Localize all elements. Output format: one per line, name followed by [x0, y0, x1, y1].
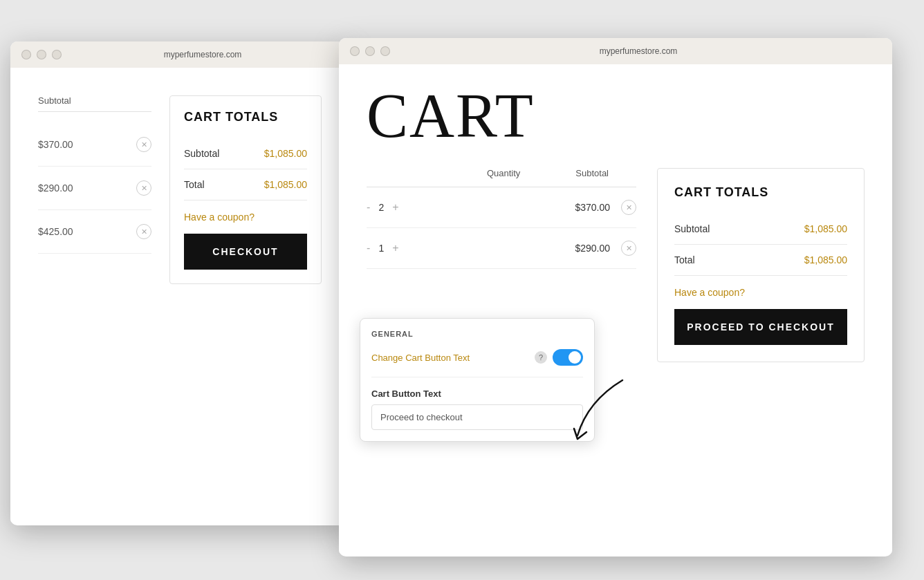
- quantity-header: Quantity: [487, 168, 520, 178]
- bg-remove-btn-1[interactable]: ✕: [136, 137, 151, 152]
- cart-row-2: - 1 + $290.00 ✕: [367, 228, 636, 269]
- cart-row-2-left: - 1 +: [367, 242, 399, 254]
- qty-value-1: 2: [376, 202, 387, 213]
- bg-price-1: $370.00: [38, 139, 73, 150]
- field-label: Cart Button Text: [371, 389, 583, 399]
- qty-increase-2[interactable]: +: [392, 242, 398, 254]
- bg-cart-items: Subtotal $370.00 ✕ $290.00 ✕ $425.00 ✕: [38, 95, 151, 495]
- bg-total-row: Total $1,085.00: [184, 169, 307, 200]
- fg-subtotal-row: Subtotal $1,085.00: [674, 214, 847, 245]
- fg-subtotal-label: Subtotal: [674, 223, 710, 234]
- browser-url-fg: myperfumestore.com: [396, 46, 881, 56]
- bg-cart-row-3: $425.00 ✕: [38, 210, 151, 254]
- qty-increase-1[interactable]: +: [392, 201, 398, 214]
- bg-cart-row-2: $290.00 ✕: [38, 167, 151, 210]
- cart-row-2-subtotal: $290.00: [575, 243, 610, 254]
- cart-button-text-input[interactable]: [371, 404, 583, 430]
- cart-row-1-subtotal: $370.00: [575, 202, 610, 213]
- browser-url-bg: myperfumestore.com: [67, 50, 338, 59]
- qty-control-2: - 1 +: [367, 242, 399, 254]
- traffic-light-green[interactable]: [52, 50, 62, 59]
- fg-subtotal-amount: $1,085.00: [804, 223, 847, 234]
- settings-toggle-row: Change Cart Button Text ?: [371, 349, 583, 377]
- cart-page: CART Quantity Subtotal - 2 +: [339, 64, 892, 554]
- toggle-slider: [553, 349, 583, 366]
- settings-toggle-label: Change Cart Button Text: [371, 353, 470, 363]
- settings-popup: GENERAL Change Cart Button Text ? Cart B…: [360, 318, 595, 442]
- qty-value-2: 1: [376, 243, 387, 254]
- bg-subtotal-header: Subtotal: [38, 95, 151, 112]
- remove-btn-1[interactable]: ✕: [621, 200, 636, 215]
- qty-decrease-2[interactable]: -: [367, 242, 370, 254]
- bg-cart-row-1: $370.00 ✕: [38, 123, 151, 167]
- bg-total-amount: $1,085.00: [264, 179, 307, 190]
- bg-total-label: Total: [184, 179, 205, 190]
- bg-checkout-button[interactable]: CHECKOUT: [184, 234, 307, 270]
- traffic-light-yellow[interactable]: [37, 50, 46, 59]
- bg-remove-btn-2[interactable]: ✕: [136, 180, 151, 196]
- bg-cart-totals: CART TOTALS Subtotal $1,085.00 Total $1,…: [169, 95, 322, 284]
- fg-browser-content: CART Quantity Subtotal - 2 +: [339, 64, 892, 554]
- cart-button-text-field: Cart Button Text: [371, 389, 583, 430]
- fg-traffic-light-red[interactable]: [350, 46, 360, 56]
- fg-traffic-light-yellow[interactable]: [365, 46, 375, 56]
- bg-price-3: $425.00: [38, 226, 73, 237]
- fg-cart-totals-title: CART TOTALS: [674, 185, 847, 200]
- cart-row-1: - 2 + $370.00 ✕: [367, 187, 636, 228]
- arrow-annotation: [567, 366, 650, 452]
- fg-total-amount: $1,085.00: [804, 254, 847, 265]
- bg-browser-content: Subtotal $370.00 ✕ $290.00 ✕ $425.00 ✕ C…: [10, 68, 349, 523]
- cart-table-header: Quantity Subtotal: [367, 168, 636, 187]
- fg-cart-totals-panel: CART TOTALS Subtotal $1,085.00 Total $1,…: [657, 168, 865, 362]
- cart-page-title: CART: [367, 85, 865, 147]
- fg-checkout-button[interactable]: PROCEED TO CHECKOUT: [674, 309, 847, 345]
- fg-total-label: Total: [674, 254, 695, 265]
- titlebar-fg: myperfumestore.com: [339, 38, 892, 64]
- bg-price-2: $290.00: [38, 183, 73, 194]
- fg-traffic-light-green[interactable]: [380, 46, 390, 56]
- qty-decrease-1[interactable]: -: [367, 201, 370, 214]
- fg-coupon-link[interactable]: Have a coupon?: [674, 287, 847, 298]
- bg-cart-totals-panel: CART TOTALS Subtotal $1,085.00 Total $1,…: [163, 95, 322, 495]
- background-browser-window: myperfumestore.com Subtotal $370.00 ✕ $2…: [10, 41, 349, 525]
- bg-remove-btn-3[interactable]: ✕: [136, 224, 151, 239]
- remove-btn-2[interactable]: ✕: [621, 241, 636, 256]
- settings-section-title: GENERAL: [371, 330, 583, 338]
- fg-total-row: Total $1,085.00: [674, 245, 847, 276]
- foreground-browser-window: myperfumestore.com CART Quantity Subtota…: [339, 38, 892, 556]
- bg-cart-totals-title: CART TOTALS: [184, 110, 307, 124]
- help-icon[interactable]: ?: [535, 351, 547, 364]
- subtotal-header: Subtotal: [575, 168, 609, 178]
- bg-subtotal-label: Subtotal: [184, 148, 219, 159]
- cart-row-1-left: - 2 +: [367, 201, 399, 214]
- toggle-switch[interactable]: [553, 349, 583, 366]
- bg-coupon-link[interactable]: Have a coupon?: [184, 212, 307, 223]
- arrow-svg: [567, 366, 650, 449]
- bg-subtotal-row: Subtotal $1,085.00: [184, 138, 307, 169]
- traffic-light-red[interactable]: [21, 50, 31, 59]
- qty-control-1: - 2 +: [367, 201, 399, 214]
- titlebar-bg: myperfumestore.com: [10, 41, 349, 68]
- settings-row-right: ?: [535, 349, 583, 366]
- bg-subtotal-amount: $1,085.00: [264, 148, 307, 159]
